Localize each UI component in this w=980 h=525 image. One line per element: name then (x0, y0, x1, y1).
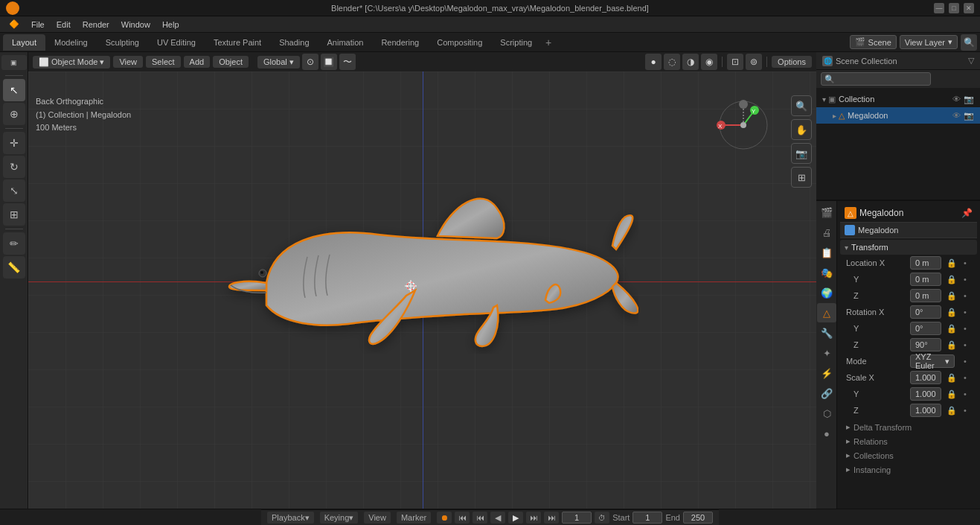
prev-keyframe-button[interactable]: ⏮ (473, 512, 487, 524)
scale-y-field[interactable]: 1.000 (910, 387, 941, 401)
lock-icon[interactable]: 🔒 (946, 404, 958, 416)
dot-icon[interactable]: • (959, 339, 971, 351)
move-tool[interactable]: ✛ (3, 132, 25, 154)
timeline-playback-menu[interactable]: Playback ▾ (267, 512, 314, 524)
prop-tab-material[interactable]: ● (817, 424, 836, 443)
menu-help[interactable]: Help (156, 19, 185, 31)
hand-tool-button[interactable]: ✋ (791, 119, 812, 140)
tab-animation[interactable]: Animation (318, 34, 373, 51)
close-button[interactable]: ✕ (964, 3, 974, 13)
location-z-field[interactable]: 0 m (910, 289, 941, 302)
tab-layout[interactable]: Layout (3, 34, 45, 51)
timeline-keying-menu[interactable]: Keying ▾ (320, 512, 359, 524)
scale-z-field[interactable]: 1.000 (910, 404, 941, 417)
megalodon-item[interactable]: ▸ △ Megalodon 👁 📷 (816, 107, 980, 124)
annotate-tool[interactable]: ✏ (3, 232, 25, 255)
lock-icon[interactable]: 🔒 (946, 322, 958, 334)
tab-texture-paint[interactable]: Texture Paint (205, 34, 270, 51)
add-menu[interactable]: Add (184, 56, 211, 68)
transform-header[interactable]: ▾ Transform (840, 240, 977, 255)
menu-render[interactable]: Render (77, 19, 115, 31)
transform-selector[interactable]: Global ▾ (257, 56, 300, 69)
viewport-canvas[interactable]: Back Orthographic (1) Collection | Megal… (28, 71, 816, 509)
tab-rendering[interactable]: Rendering (372, 34, 428, 51)
options-menu[interactable]: Options (772, 56, 812, 68)
prop-tab-render[interactable]: 🎬 (817, 203, 836, 222)
outliner-search-input[interactable] (821, 72, 931, 86)
menu-window[interactable]: Window (115, 19, 156, 31)
lock-icon[interactable]: 🔒 (946, 290, 958, 302)
start-frame-field[interactable]: 1 (632, 512, 662, 524)
end-frame-field[interactable]: 250 (683, 512, 713, 524)
collections-section[interactable]: ▸ Collections (840, 448, 977, 462)
prop-tab-output[interactable]: 🖨 (817, 223, 836, 242)
view-menu[interactable]: View (113, 56, 143, 68)
viewport-shading-render[interactable]: ◉ (701, 54, 717, 70)
dot-icon[interactable]: • (959, 257, 971, 269)
lock-icon[interactable]: 🔒 (946, 339, 958, 351)
scene-selector[interactable]: 🎬 Scene (850, 35, 897, 49)
location-x-field[interactable]: 0 m (910, 256, 941, 270)
jump-to-end-button[interactable]: ⏭ (544, 512, 559, 524)
next-keyframe-button[interactable]: ⏭ (526, 512, 541, 524)
outliner-filter-button[interactable]: ▽ (968, 56, 974, 66)
rotation-y-field[interactable]: 0° (910, 322, 941, 335)
maximize-button[interactable]: □ (949, 3, 959, 13)
play-forward-button[interactable]: ▶ (508, 512, 523, 524)
mode-selector[interactable]: ▣ (1, 55, 27, 70)
cursor-tool[interactable]: ⊕ (3, 103, 25, 125)
dot-icon[interactable]: • (959, 388, 971, 400)
viewport-shading-wireframe[interactable]: ◌ (664, 54, 680, 70)
measure-tool[interactable]: 📏 (3, 256, 25, 279)
mesh-name[interactable]: Megalodon (858, 226, 898, 235)
render-visibility-toggle[interactable]: 📷 (964, 95, 974, 104)
object-menu[interactable]: Object (213, 56, 249, 68)
menu-file[interactable]: File (25, 19, 51, 31)
lock-icon[interactable]: 🔒 (946, 257, 958, 269)
camera-view-button[interactable]: 📷 (791, 143, 812, 164)
render-visibility-toggle[interactable]: 📷 (964, 111, 974, 121)
dot-icon[interactable]: • (959, 273, 971, 285)
menu-blender[interactable]: 🔶 (3, 18, 25, 31)
object-mode-selector[interactable]: ⬜ Object Mode ▾ (33, 56, 110, 69)
object-name-field[interactable]: Megalodon (859, 208, 958, 218)
prop-tab-object[interactable]: △ (817, 303, 836, 322)
dot-icon[interactable]: • (959, 306, 971, 318)
scale-x-field[interactable]: 1.000 (910, 371, 941, 384)
gizmo-toggle[interactable]: ⊡ (727, 54, 743, 70)
pin-button[interactable]: 📌 (961, 208, 973, 218)
visibility-toggle[interactable]: 👁 (952, 95, 961, 104)
zoom-in-button[interactable]: 🔍 (791, 95, 812, 116)
prop-tab-particle[interactable]: ✦ (817, 343, 836, 363)
minimize-button[interactable]: — (934, 3, 944, 13)
prop-tab-scene[interactable]: 🎭 (817, 263, 836, 282)
current-frame-display[interactable]: 1 (562, 512, 592, 524)
viewport-filter-button[interactable]: 🔍 (961, 34, 977, 51)
tab-modeling[interactable]: Modeling (45, 34, 97, 51)
lock-icon[interactable]: 🔒 (946, 306, 958, 318)
lock-icon[interactable]: 🔒 (946, 388, 958, 400)
dot-icon[interactable]: • (959, 290, 971, 302)
prop-tab-physics[interactable]: ⚡ (817, 363, 836, 383)
play-backward-button[interactable]: ◀ (490, 512, 505, 524)
instancing-section[interactable]: ▸ Instancing (840, 462, 977, 477)
timeline-marker-menu[interactable]: Marker (397, 512, 431, 524)
prop-tab-constraints[interactable]: 🔗 (817, 384, 836, 403)
tab-sculpting[interactable]: Sculpting (97, 34, 148, 51)
rotation-z-field[interactable]: 90° (910, 338, 941, 351)
tab-compositing[interactable]: Compositing (428, 34, 491, 51)
dot-icon[interactable]: • (959, 322, 971, 334)
lock-icon[interactable]: 🔒 (946, 372, 958, 384)
snap-button[interactable]: 🔲 (321, 54, 337, 70)
viewport-shading-solid[interactable]: ● (645, 54, 662, 70)
relations-section[interactable]: ▸ Relations (840, 434, 977, 448)
grid-toggle-button[interactable]: ⊞ (791, 167, 812, 188)
proportional-edit-button[interactable]: ⊙ (302, 54, 318, 70)
timeline-view-menu[interactable]: View (364, 512, 391, 524)
collection-item[interactable]: ▾ ▣ Collection 👁 📷 (816, 91, 980, 107)
menu-edit[interactable]: Edit (51, 19, 77, 31)
viewport[interactable]: ⬜ Object Mode ▾ View Select Add Object G… (28, 52, 816, 509)
rotation-x-field[interactable]: 0° (910, 305, 941, 319)
tab-uv-editing[interactable]: UV Editing (148, 34, 205, 51)
record-button[interactable]: ⏺ (437, 512, 452, 524)
